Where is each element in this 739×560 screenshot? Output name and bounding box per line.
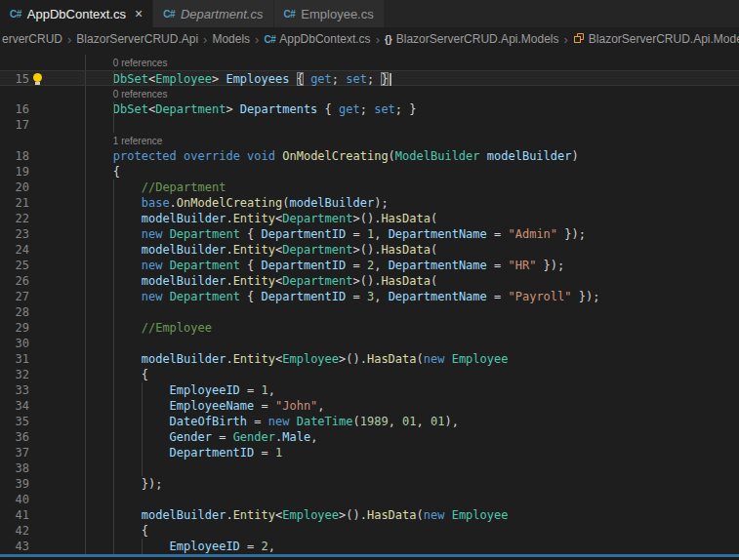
code-line[interactable]: { xyxy=(29,367,739,382)
indent-guide xyxy=(113,226,114,242)
line-number[interactable]: 19 xyxy=(0,164,29,180)
code-line[interactable]: EmployeeID = 2, xyxy=(29,539,739,554)
code-line[interactable]: modelBuilder.Entity<Department>().HasDat… xyxy=(29,242,739,258)
line-number[interactable]: 43 xyxy=(0,539,29,554)
code-line[interactable]: modelBuilder.Entity<Employee>().HasData(… xyxy=(29,507,739,523)
line-number[interactable]: 29 xyxy=(0,320,29,336)
code-row: 24 modelBuilder.Entity<Department>().Has… xyxy=(0,242,739,258)
line-number[interactable]: 24 xyxy=(0,242,29,258)
tab-label: Department.cs xyxy=(181,7,264,21)
lightbulb-icon[interactable] xyxy=(32,73,44,85)
line-number[interactable]: 32 xyxy=(0,367,29,382)
code-line[interactable]: EmployeeName = "John", xyxy=(29,398,739,414)
line-number[interactable]: 30 xyxy=(0,336,29,351)
line-number[interactable]: 42 xyxy=(0,523,29,539)
tab-employee-cs[interactable]: C#Employee.cs xyxy=(274,0,385,27)
code-line[interactable] xyxy=(29,304,739,320)
code-token: . xyxy=(170,196,177,210)
line-number[interactable]: 38 xyxy=(0,460,29,476)
code-line[interactable]: modelBuilder.Entity<Employee>().HasData(… xyxy=(29,351,739,367)
code-line[interactable]: }); xyxy=(29,476,739,492)
code-line[interactable]: EmployeeID = 1, xyxy=(29,382,739,398)
line-number[interactable]: 41 xyxy=(0,507,29,523)
line-number[interactable]: 39 xyxy=(0,476,29,492)
code-line[interactable]: DbSet<Employee> Employees { get; set; } xyxy=(29,71,739,85)
code-line[interactable]: new Department { DepartmentID = 3, Depar… xyxy=(29,289,739,304)
code-line[interactable]: DbSet<Department> Departments { get; set… xyxy=(29,101,739,117)
code-token: DbSet xyxy=(113,72,148,86)
code-token xyxy=(444,352,451,366)
line-number[interactable]: 16 xyxy=(0,101,29,117)
code-token: = xyxy=(487,227,509,241)
tab-department-cs[interactable]: C#Department.cs xyxy=(153,0,273,27)
code-line[interactable]: { xyxy=(29,523,739,539)
code-line[interactable]: //Employee xyxy=(29,320,739,336)
line-number[interactable]: 18 xyxy=(0,148,29,164)
line-number[interactable]: 26 xyxy=(0,273,29,289)
code-line[interactable]: base.OnModelCreating(modelBuilder); xyxy=(29,195,739,211)
code-token: "Payroll" xyxy=(508,290,571,303)
line-number[interactable]: 25 xyxy=(0,258,29,273)
codelens-references[interactable]: 1 reference xyxy=(113,136,163,146)
line-number[interactable]: 31 xyxy=(0,351,29,367)
code-token: >(). xyxy=(352,274,381,288)
line-number[interactable]: 33 xyxy=(0,382,29,398)
code-row: 16 DbSet<Department> Departments { get; … xyxy=(0,101,739,117)
line-number[interactable]: 15 xyxy=(0,71,29,85)
code-line[interactable] xyxy=(29,492,739,507)
line-number[interactable]: 34 xyxy=(0,398,29,414)
indent-guide xyxy=(85,429,86,445)
code-line[interactable] xyxy=(29,117,739,133)
line-number[interactable]: 22 xyxy=(0,211,29,226)
code-token: HasData xyxy=(367,352,417,366)
line-number[interactable]: 40 xyxy=(0,492,29,507)
code-token: Entity xyxy=(233,352,275,366)
code-line[interactable]: modelBuilder.Entity<Department>().HasDat… xyxy=(29,211,739,226)
code-line[interactable] xyxy=(29,336,739,351)
code-row: 38 xyxy=(0,460,739,476)
codelens-references[interactable]: 0 references xyxy=(113,89,168,100)
codelens-line[interactable]: 1 reference xyxy=(29,133,739,148)
code-line[interactable]: new Department { DepartmentID = 2, Depar… xyxy=(29,258,739,273)
code-line[interactable]: DateOfBirth = new DateTime(1989, 01, 01)… xyxy=(29,414,739,429)
line-number[interactable]: 35 xyxy=(0,414,29,429)
tab-label: AppDbContext.cs xyxy=(27,7,126,21)
breadcrumb-item-models[interactable]: Models xyxy=(212,32,250,46)
code-row: 32 { xyxy=(0,367,739,382)
code-token: DepartmentName xyxy=(389,227,487,241)
line-number[interactable]: 21 xyxy=(0,195,29,211)
indent-guide xyxy=(85,492,86,507)
indent-guide xyxy=(113,492,114,507)
code-line[interactable]: protected override void OnModelCreating(… xyxy=(29,148,739,164)
code-line[interactable]: modelBuilder.Entity<Department>().HasDat… xyxy=(29,273,739,289)
indent-guide xyxy=(85,117,86,133)
codelens-references[interactable]: 0 references xyxy=(113,58,168,68)
line-number[interactable]: 37 xyxy=(0,445,29,460)
tab-appdbcontext-cs[interactable]: C#AppDbContext.cs× xyxy=(0,0,153,27)
codelens-line[interactable]: 0 references xyxy=(29,55,739,70)
code-token: , xyxy=(389,415,402,428)
code-row: 42 { xyxy=(0,523,739,539)
breadcrumb-item-blazorservercrud-api[interactable]: BlazorServerCRUD.Api xyxy=(76,32,198,46)
line-number[interactable]: 23 xyxy=(0,226,29,242)
code-token: >(). xyxy=(352,243,381,257)
line-number[interactable]: 36 xyxy=(0,429,29,445)
line-number[interactable]: 17 xyxy=(0,117,29,133)
codelens-line[interactable]: 0 references xyxy=(29,86,739,101)
code-line[interactable]: //Department xyxy=(29,180,739,195)
code-line[interactable] xyxy=(29,460,739,476)
line-number[interactable]: 27 xyxy=(0,289,29,304)
breadcrumb-item-ervercrud[interactable]: erverCRUD xyxy=(2,32,62,46)
breadcrumb-item-blazorservercrud-api-models[interactable]: {}BlazorServerCRUD.Api.Models xyxy=(385,32,559,46)
close-icon[interactable]: × xyxy=(135,7,143,20)
breadcrumb-item-blazorservercrud-api-models-appdbconte[interactable]: BlazorServerCRUD.Api.Models.AppDbConte xyxy=(573,32,739,47)
code-line[interactable]: Gender = Gender.Male, xyxy=(29,429,739,445)
code-line[interactable]: { xyxy=(29,164,739,180)
line-number[interactable]: 28 xyxy=(0,304,29,320)
code-token: OnModelCreating xyxy=(177,196,282,210)
line-number[interactable]: 20 xyxy=(0,180,29,195)
code-line[interactable]: DepartmentID = 1 xyxy=(29,445,739,460)
breadcrumb-item-appdbcontext-cs[interactable]: C#AppDbContext.cs xyxy=(264,32,370,46)
code-line[interactable]: new Department { DepartmentID = 1, Depar… xyxy=(29,226,739,242)
code-token: ( xyxy=(389,149,395,163)
